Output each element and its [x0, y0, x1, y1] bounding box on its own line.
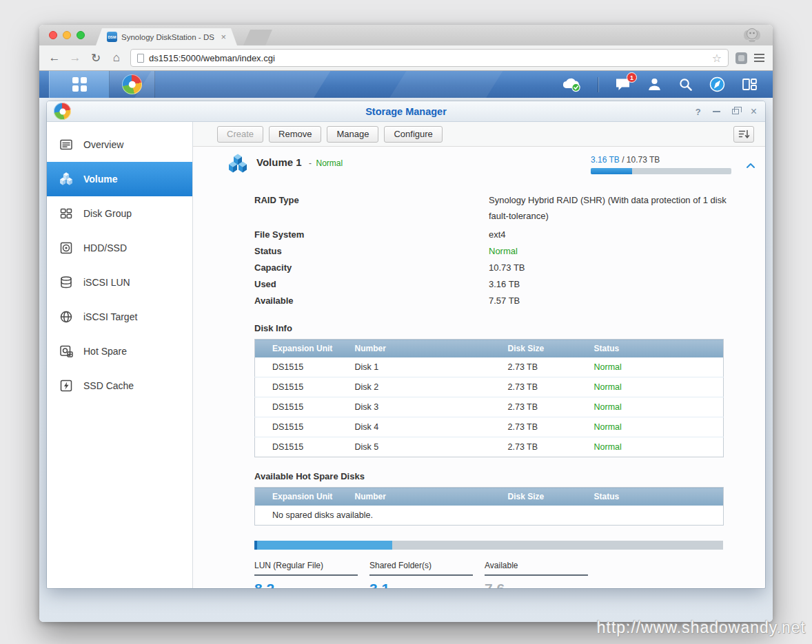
sidebar-item-disk-group[interactable]: Disk Group	[47, 196, 192, 231]
sidebar-item-iscsi-lun[interactable]: iSCSI LUN	[47, 265, 192, 300]
table-header-row: Expansion Unit Number Disk Size Status	[255, 340, 724, 357]
restore-icon[interactable]	[732, 109, 739, 114]
legend-item-available: Available 7.6TB	[485, 561, 600, 588]
address-bar[interactable]: ds1515:5000/webman/index.cgi ☆	[130, 49, 729, 67]
remove-button[interactable]: Remove	[269, 126, 321, 143]
extension-icon[interactable]	[735, 52, 747, 64]
detail-row: Capacity 10.73 TB	[254, 260, 765, 276]
disk-info-table: Expansion Unit Number Disk Size Status D…	[254, 339, 724, 457]
configure-button[interactable]: Configure	[384, 126, 442, 143]
notifications-icon[interactable]: 1	[615, 77, 631, 92]
table-empty-row: No spared disks available.	[255, 506, 724, 526]
legend-item-lun: LUN (Regular File) 8.2GB	[254, 561, 369, 588]
storage-manager-icon	[54, 103, 71, 120]
volume-usage-bar	[591, 168, 731, 174]
volume-usage: 3.16 TB / 10.73 TB	[591, 155, 731, 174]
table-row[interactable]: DS1515Disk 4 2.73 TBNormal	[255, 417, 724, 437]
legend-unit: TB	[507, 587, 517, 588]
back-icon[interactable]: ←	[48, 51, 61, 65]
browser-navbar: ← → ↻ ⌂ ds1515:5000/webman/index.cgi ☆	[39, 45, 773, 71]
volume-total-text: 10.73 TB	[627, 155, 660, 165]
storage-manager-icon	[122, 74, 142, 94]
hdd-ssd-icon	[58, 240, 74, 256]
legend-value: 3.1	[369, 581, 389, 588]
taskbar-decoration	[130, 71, 334, 98]
space-usage-legend: LUN (Regular File) 8.2GB Shared Folder(s…	[254, 561, 765, 588]
disk-group-icon	[58, 205, 74, 222]
ssd-cache-icon	[58, 377, 74, 394]
sidebar-item-iscsi-target[interactable]: iSCSI Target	[47, 300, 192, 334]
dsm-taskbar: 1	[39, 71, 773, 98]
user-icon[interactable]	[647, 77, 662, 92]
sidebar-item-hot-spare[interactable]: Hot Spare	[47, 334, 192, 368]
create-button[interactable]: Create	[217, 126, 263, 143]
detail-row: Available 7.57 TB	[254, 293, 765, 309]
sidebar-item-label: HDD/SSD	[83, 242, 127, 253]
volume-status-badge: Normal	[316, 158, 343, 168]
sidebar-item-label: iSCSI LUN	[83, 277, 130, 288]
volume-panel-header[interactable]: Volume 1 - Normal 3.16 TB / 10.73 TB	[193, 154, 765, 185]
url-text[interactable]: ds1515:5000/webman/index.cgi	[149, 53, 707, 63]
minimize-icon[interactable]	[713, 111, 720, 112]
table-row[interactable]: DS1515Disk 1 2.73 TBNormal	[255, 357, 724, 377]
new-tab-button[interactable]	[243, 30, 272, 45]
pilot-view-icon[interactable]	[742, 77, 758, 92]
sidebar-item-overview[interactable]: Overview	[47, 127, 192, 162]
dsm-desktop: Storage Manager ? ×	[39, 98, 773, 622]
table-row[interactable]: DS1515Disk 2 2.73 TBNormal	[255, 377, 724, 397]
sidebar-item-ssd-cache[interactable]: SSD Cache	[47, 368, 192, 403]
overview-icon	[58, 136, 74, 153]
volume-name: Volume 1	[256, 156, 302, 168]
usage-segment-shared	[257, 541, 392, 550]
browser-tab[interactable]: DSM Synology DiskStation - DS ×	[96, 28, 237, 45]
legend-item-shared: Shared Folder(s) 3.1TB	[369, 561, 485, 588]
sidebar-item-label: Disk Group	[83, 208, 132, 219]
search-icon[interactable]	[678, 77, 693, 92]
compass-icon[interactable]	[709, 76, 725, 92]
close-window-button[interactable]	[49, 31, 57, 39]
volume-icon	[58, 171, 74, 187]
reload-icon[interactable]: ↻	[89, 51, 103, 65]
minimize-window-button[interactable]	[63, 31, 71, 39]
legend-value: 7.6	[485, 581, 505, 588]
sidebar-item-hdd-ssd[interactable]: HDD/SSD	[47, 231, 192, 265]
browser-window: DSM Synology DiskStation - DS × ← → ↻	[39, 25, 773, 622]
close-icon[interactable]: ×	[751, 106, 757, 117]
menu-icon[interactable]	[754, 54, 764, 55]
forward-icon[interactable]: →	[68, 51, 82, 65]
main-content: Create Remove Manage Configure	[193, 122, 765, 588]
sidebar-item-label: Volume	[83, 174, 118, 185]
disk-info-title: Disk Info	[254, 323, 765, 333]
chevron-up-icon[interactable]	[746, 159, 755, 172]
volume-cubes-icon	[227, 154, 249, 178]
main-menu-button[interactable]	[49, 71, 110, 98]
sidebar-item-volume[interactable]: Volume	[47, 162, 192, 196]
hot-spare-icon	[58, 343, 74, 360]
storage-manager-window: Storage Manager ? ×	[47, 101, 765, 588]
table-row[interactable]: DS1515Disk 3 2.73 TBNormal	[255, 397, 724, 417]
window-titlebar[interactable]: Storage Manager ? ×	[47, 101, 765, 122]
help-icon[interactable]: ?	[696, 107, 701, 117]
volume-used-text: 3.16 TB	[591, 155, 620, 165]
table-row[interactable]: DS1515Disk 5 2.73 TBNormal	[255, 437, 724, 457]
cloud-sync-icon[interactable]	[560, 76, 581, 92]
home-icon[interactable]: ⌂	[110, 51, 123, 65]
collapse-all-button[interactable]	[733, 126, 754, 143]
notification-badge: 1	[627, 72, 637, 83]
crest-icon	[742, 26, 762, 46]
zoom-window-button[interactable]	[77, 31, 85, 39]
volume-panel: Volume 1 - Normal 3.16 TB / 10.73 TB	[193, 147, 765, 588]
dsm-favicon: DSM	[107, 32, 117, 42]
sidebar-item-label: Overview	[83, 139, 123, 150]
bookmark-star-icon[interactable]: ☆	[712, 52, 722, 65]
usage-separator: /	[622, 155, 624, 165]
tray-divider	[598, 77, 598, 92]
tab-close-icon[interactable]: ×	[221, 32, 226, 42]
detail-row: Used 3.16 TB	[254, 276, 765, 293]
toolbar: Create Remove Manage Configure	[193, 122, 765, 147]
manage-button[interactable]: Manage	[327, 126, 378, 143]
detail-row: RAID Type Synology Hybrid RAID (SHR) (Wi…	[254, 192, 765, 224]
iscsi-target-icon	[58, 309, 74, 325]
storage-manager-taskbar-button[interactable]	[110, 71, 155, 98]
legend-unit: TB	[392, 587, 402, 588]
